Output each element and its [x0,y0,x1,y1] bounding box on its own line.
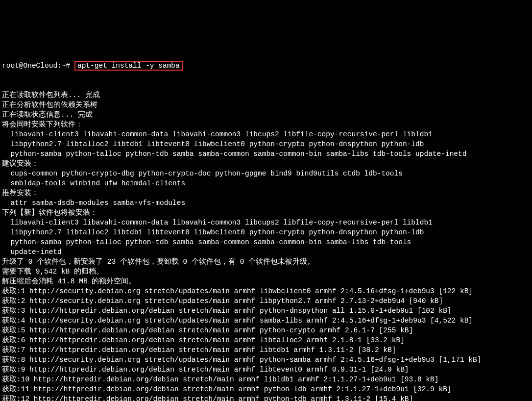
output-line: 解压缩后会消耗 41.8 MB 的额外空间。 [2,276,530,286]
output-line: 获取:1 http://security.debian.org stretch/… [2,286,530,296]
output-line: 获取:2 http://security.debian.org stretch/… [2,296,530,306]
output-line: libpython2.7 libtalloc2 libtdb1 libteven… [2,227,530,237]
output-line: smbldap-tools winbind ufw heimdal-client… [2,178,530,188]
output-line: 升级了 0 个软件包，新安装了 23 个软件包，要卸载 0 个软件包，有 0 个… [2,257,530,267]
output-line: 获取:4 http://security.debian.org stretch/… [2,316,530,326]
terminal[interactable]: root@OneCloud:~# apt-get install -y samb… [2,41,530,401]
output-line: 获取:9 http://httpredir.debian.org/debian … [2,365,530,375]
output-line: cups-common python-crypto-dbg python-cry… [2,169,530,178]
output-line: 获取:8 http://security.debian.org stretch/… [2,355,530,365]
output-line: 正在读取软件包列表... 完成 [2,90,530,100]
output-line: 建议安装： [2,159,530,169]
output-line: 获取:6 http://httpredir.debian.org/debian … [2,335,530,345]
output-line: 获取:3 http://httpredir.debian.org/debian … [2,306,530,316]
output-line: 将会同时安装下列软件： [2,120,530,129]
output-line: 获取:5 http://httpredir.debian.org/debian … [2,326,530,335]
output-line: 正在分析软件包的依赖关系树 [2,100,530,110]
output-line: libavahi-client3 libavahi-common-data li… [2,218,530,227]
output-line: python-samba python-talloc python-tdb sa… [2,237,530,247]
output-line: 下列【新】软件包将被安装： [2,208,530,218]
output-line: libpython2.7 libtalloc2 libtdb1 libteven… [2,139,530,149]
output-line: 获取:10 http://httpredir.debian.org/debian… [2,375,530,384]
command-text: apt-get install -y samba [77,62,180,70]
output-line: attr samba-dsdb-modules samba-vfs-module… [2,198,530,208]
output-line: 推荐安装： [2,188,530,198]
terminal-output: 正在读取软件包列表... 完成正在分析软件包的依赖关系树正在读取状态信息... … [2,90,530,401]
output-line: update-inetd [2,247,530,257]
output-line: 获取:12 http://httpredir.debian.org/debian… [2,394,530,401]
shell-prompt: root@OneCloud:~# [2,62,74,70]
output-line: python-samba python-talloc python-tdb sa… [2,149,530,159]
output-line: libavahi-client3 libavahi-common-data li… [2,129,530,139]
output-line: 需要下载 9,542 kB 的归档。 [2,267,530,276]
highlighted-command: apt-get install -y samba [74,61,183,71]
output-line: 获取:7 http://httpredir.debian.org/debian … [2,345,530,355]
output-line: 正在读取状态信息... 完成 [2,110,530,120]
command-line: root@OneCloud:~# apt-get install -y samb… [2,61,530,71]
output-line: 获取:11 http://httpredir.debian.org/debian… [2,384,530,394]
